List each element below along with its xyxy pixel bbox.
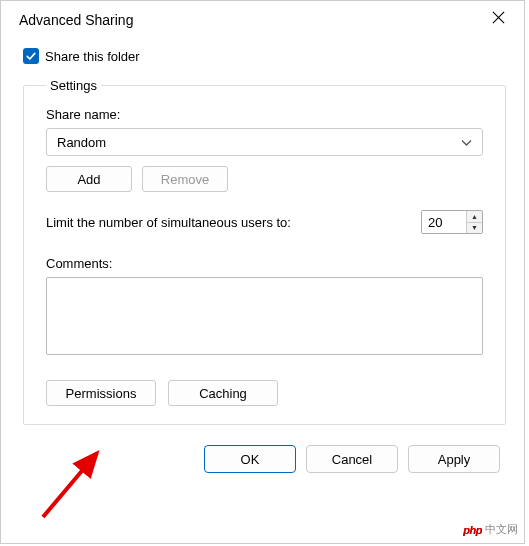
footer-buttons: OK Cancel Apply bbox=[23, 445, 506, 473]
permissions-button[interactable]: Permissions bbox=[46, 380, 156, 406]
settings-action-buttons: Permissions Caching bbox=[46, 380, 483, 406]
limit-input[interactable] bbox=[422, 211, 466, 233]
spinner-down-icon[interactable]: ▼ bbox=[467, 223, 482, 234]
chevron-down-icon bbox=[461, 135, 472, 150]
spinner-up-icon[interactable]: ▲ bbox=[467, 211, 482, 223]
advanced-sharing-dialog: Advanced Sharing Share this folder Setti… bbox=[0, 0, 525, 544]
limit-row: Limit the number of simultaneous users t… bbox=[46, 210, 483, 234]
remove-button: Remove bbox=[142, 166, 228, 192]
spinner-buttons: ▲ ▼ bbox=[466, 211, 482, 233]
watermark-text: 中文网 bbox=[485, 522, 518, 537]
share-name-value: Random bbox=[57, 135, 106, 150]
share-folder-label: Share this folder bbox=[45, 49, 140, 64]
share-folder-checkbox[interactable] bbox=[23, 48, 39, 64]
limit-spinner[interactable]: ▲ ▼ bbox=[421, 210, 483, 234]
add-button[interactable]: Add bbox=[46, 166, 132, 192]
share-folder-row[interactable]: Share this folder bbox=[23, 48, 506, 64]
titlebar: Advanced Sharing bbox=[1, 1, 524, 42]
ok-button[interactable]: OK bbox=[204, 445, 296, 473]
apply-button[interactable]: Apply bbox=[408, 445, 500, 473]
settings-legend: Settings bbox=[46, 78, 101, 93]
comments-input[interactable] bbox=[46, 277, 483, 355]
limit-label: Limit the number of simultaneous users t… bbox=[46, 215, 291, 230]
watermark: php 中文网 bbox=[463, 522, 518, 537]
share-name-label: Share name: bbox=[46, 107, 483, 122]
dialog-content: Share this folder Settings Share name: R… bbox=[1, 42, 524, 487]
close-icon[interactable] bbox=[487, 9, 510, 30]
watermark-logo: php bbox=[463, 524, 482, 536]
dialog-title: Advanced Sharing bbox=[19, 12, 133, 28]
caching-button[interactable]: Caching bbox=[168, 380, 278, 406]
settings-group: Settings Share name: Random Add Remove L… bbox=[23, 78, 506, 425]
cancel-button[interactable]: Cancel bbox=[306, 445, 398, 473]
comments-label: Comments: bbox=[46, 256, 483, 271]
share-name-buttons: Add Remove bbox=[46, 166, 483, 192]
share-name-select[interactable]: Random bbox=[46, 128, 483, 156]
